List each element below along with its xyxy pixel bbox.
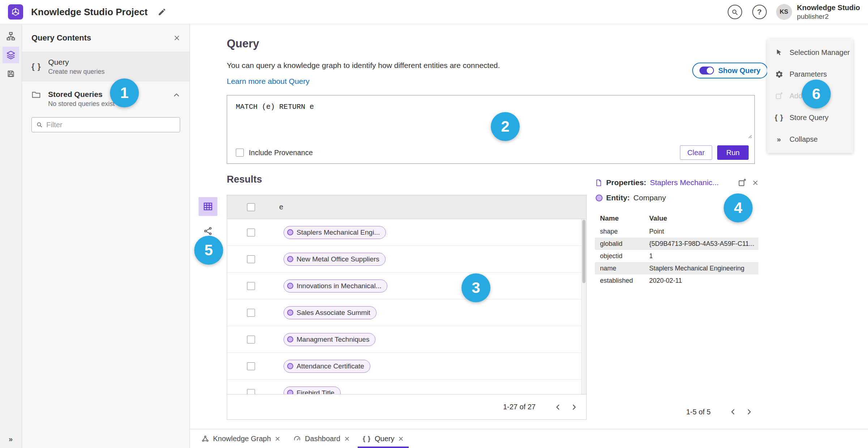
table-row[interactable]: Managment Techniques bbox=[227, 326, 586, 353]
tab-knowledge-graph[interactable]: Knowledge Graph bbox=[195, 429, 287, 448]
avatar[interactable]: KS bbox=[776, 4, 792, 20]
next-page-button[interactable] bbox=[566, 399, 582, 415]
query-item-sublabel: Create new queries bbox=[48, 68, 105, 76]
tab-query[interactable]: { } Query bbox=[356, 429, 410, 448]
scrollbar-thumb[interactable] bbox=[582, 220, 586, 283]
row-checkbox[interactable] bbox=[247, 389, 255, 394]
braces-icon: { } bbox=[774, 114, 784, 121]
tool-label: Collapse bbox=[790, 135, 818, 144]
stored-queries-label: Stored Queries bbox=[48, 90, 115, 99]
entity-type: Company bbox=[633, 193, 666, 202]
toggle-knob bbox=[707, 67, 713, 74]
table-row[interactable]: Staplers Mechanical Engi... bbox=[227, 219, 586, 246]
expand-rail-button[interactable]: » bbox=[9, 434, 13, 443]
scrollbar-track[interactable] bbox=[581, 219, 586, 394]
account-name: Knowledge Studio bbox=[797, 3, 860, 12]
entity-chip[interactable]: New Metal Office Suppliers bbox=[284, 253, 386, 266]
table-row[interactable]: Sales Associate Summit bbox=[227, 299, 586, 326]
properties-label: Properties: bbox=[606, 178, 646, 187]
close-tab-button[interactable] bbox=[275, 436, 280, 441]
property-name: globalid bbox=[595, 240, 649, 248]
results-pagination: 1-27 of 27 bbox=[227, 394, 586, 419]
store-query-item[interactable]: { } Store Query bbox=[767, 107, 853, 128]
tool-label: Store Query bbox=[790, 114, 829, 122]
braces-icon: { } bbox=[31, 62, 41, 71]
column-header-e: e bbox=[275, 203, 283, 211]
resize-handle[interactable] bbox=[746, 133, 752, 139]
query-editor-controls: Include Provenance Clear Run bbox=[227, 142, 754, 163]
show-query-toggle[interactable]: Show Query bbox=[692, 63, 768, 78]
annotation-badge-6: 6 bbox=[802, 80, 831, 108]
filter-input[interactable] bbox=[46, 121, 175, 129]
table-row[interactable]: New Metal Office Suppliers bbox=[227, 246, 586, 273]
entity-dot-icon bbox=[287, 363, 293, 369]
previous-page-button[interactable] bbox=[725, 404, 741, 420]
knowledge-graph-logo-icon bbox=[11, 7, 20, 17]
row-checkbox[interactable] bbox=[247, 362, 255, 370]
entity-chip[interactable]: Attendance Certificate bbox=[284, 360, 370, 373]
tool-label: Selection Manager bbox=[790, 48, 850, 57]
name-column-header: Name bbox=[595, 214, 649, 222]
row-checkbox[interactable] bbox=[247, 255, 255, 263]
close-icon bbox=[752, 180, 758, 186]
entity-chip[interactable]: Staplers Mechanical Engi... bbox=[284, 226, 386, 239]
entity-chip[interactable]: Sales Associate Summit bbox=[284, 306, 376, 319]
tab-label: Knowledge Graph bbox=[213, 435, 271, 443]
entity-chip-label: New Metal Office Suppliers bbox=[297, 255, 379, 263]
tab-label: Query bbox=[375, 435, 394, 443]
selection-manager-item[interactable]: Selection Manager bbox=[767, 42, 853, 63]
add-to-map-icon bbox=[738, 178, 746, 187]
close-properties-button[interactable] bbox=[752, 180, 758, 186]
row-checkbox[interactable] bbox=[247, 229, 255, 236]
collapse-item[interactable]: » Collapse bbox=[767, 128, 853, 150]
query-contents-header: Query Contents bbox=[22, 24, 190, 52]
entity-chip[interactable]: Innovations in Mechanical... bbox=[284, 280, 387, 293]
run-button[interactable]: Run bbox=[717, 145, 749, 160]
row-checkbox[interactable] bbox=[247, 336, 255, 344]
stored-queries-section[interactable]: Stored Queries No stored queries exist bbox=[22, 81, 190, 111]
entity-chip-label: Managment Techniques bbox=[297, 336, 369, 344]
entity-chip[interactable]: Firebird Title bbox=[284, 387, 341, 394]
tab-dashboard[interactable]: Dashboard bbox=[287, 429, 356, 448]
close-tab-button[interactable] bbox=[344, 436, 350, 441]
help-button[interactable]: ? bbox=[752, 5, 767, 19]
collapse-stored-queries-button[interactable] bbox=[173, 91, 180, 99]
search-button[interactable] bbox=[728, 5, 742, 19]
entity-chip[interactable]: Managment Techniques bbox=[284, 333, 375, 346]
sidebar-item-catalog[interactable] bbox=[3, 28, 19, 44]
table-row[interactable]: Firebird Title bbox=[227, 380, 586, 394]
main-content: Query You can query a knowledge graph to… bbox=[190, 24, 868, 448]
table-view-button[interactable] bbox=[199, 197, 217, 216]
sidebar-item-save[interactable] bbox=[3, 65, 19, 82]
include-provenance-checkbox[interactable] bbox=[236, 149, 244, 157]
clear-button[interactable]: Clear bbox=[680, 145, 712, 160]
learn-more-link[interactable]: Learn more about Query bbox=[227, 77, 310, 86]
app-window: Knowledge Studio Project ? KS Knowledge … bbox=[0, 0, 868, 448]
row-checkbox[interactable] bbox=[247, 282, 255, 290]
add-to-map-button[interactable] bbox=[738, 178, 746, 187]
next-page-button[interactable] bbox=[741, 404, 757, 420]
search-icon bbox=[36, 121, 43, 128]
row-checkbox[interactable] bbox=[247, 309, 255, 317]
table-row[interactable]: Innovations in Mechanical... bbox=[227, 273, 586, 299]
table-row[interactable]: Attendance Certificate bbox=[227, 353, 586, 380]
property-name: name bbox=[595, 265, 649, 272]
select-all-checkbox[interactable] bbox=[247, 203, 255, 211]
query-text-input[interactable]: MATCH (e) RETURN e bbox=[227, 95, 754, 118]
gear-icon bbox=[774, 70, 784, 78]
close-tab-button[interactable] bbox=[398, 436, 404, 441]
query-contents-item-query[interactable]: { } Query Create new queries bbox=[22, 52, 190, 81]
sidebar-item-contents[interactable] bbox=[3, 47, 19, 63]
add-to-map-icon bbox=[774, 92, 784, 100]
entity-dot-icon bbox=[287, 310, 293, 316]
property-name: shape bbox=[595, 228, 649, 235]
property-value: Point bbox=[649, 228, 758, 235]
previous-page-button[interactable] bbox=[550, 399, 566, 415]
entity-chip-label: Attendance Certificate bbox=[297, 362, 364, 370]
property-row: name Staplers Mechanical Engineering bbox=[595, 262, 758, 274]
tab-label: Dashboard bbox=[305, 435, 340, 443]
chevron-up-icon bbox=[173, 91, 180, 99]
close-panel-button[interactable] bbox=[174, 35, 180, 41]
edit-title-button[interactable] bbox=[155, 5, 169, 19]
selected-entity-link[interactable]: Staplers Mechanic... bbox=[650, 178, 719, 187]
